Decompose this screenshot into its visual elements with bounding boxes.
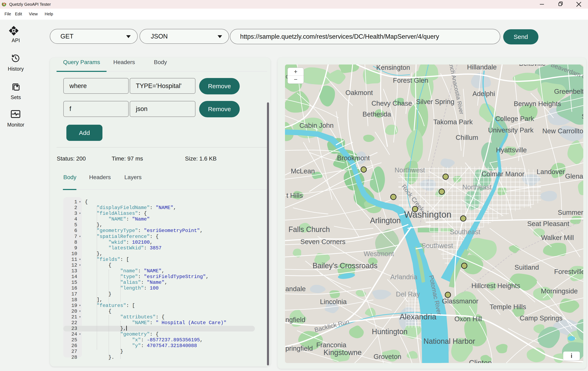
svg-text:Northeast: Northeast bbox=[462, 183, 492, 191]
svg-text:Se: Se bbox=[582, 113, 583, 120]
svg-text:Chevy Chase: Chevy Chase bbox=[371, 100, 412, 107]
svg-text:Huntington: Huntington bbox=[372, 327, 408, 336]
svg-text:Groveton: Groveton bbox=[374, 353, 401, 360]
svg-text:Kingstowne: Kingstowne bbox=[324, 348, 362, 357]
svg-text:Cabin John: Cabin John bbox=[300, 122, 334, 129]
svg-text:Clinton: Clinton bbox=[469, 359, 492, 363]
svg-text:Southeast: Southeast bbox=[450, 228, 481, 236]
svg-text:Colmar Manor: Colmar Manor bbox=[482, 170, 524, 178]
svg-text:Greenbelt: Greenbelt bbox=[554, 88, 583, 95]
svg-text:Hillcrest Heights: Hillcrest Heights bbox=[472, 282, 520, 289]
svg-text:Temple Hills: Temple Hills bbox=[490, 303, 526, 311]
svg-text:Seat Pleasant: Seat Pleasant bbox=[527, 220, 569, 227]
svg-text:Seven Corners: Seven Corners bbox=[300, 238, 346, 246]
svg-text:Chillum: Chillum bbox=[456, 134, 478, 141]
svg-text:New Carrollton: New Carrollton bbox=[542, 127, 583, 135]
svg-text:Lincolnia: Lincolnia bbox=[320, 298, 347, 306]
svg-text:University Park: University Park bbox=[488, 126, 534, 134]
svg-text:Glenard: Glenard bbox=[565, 172, 583, 180]
svg-text:Summerfield: Summerfield bbox=[558, 209, 583, 216]
svg-text:Hillandale: Hillandale bbox=[467, 64, 497, 71]
svg-text:Hyattsville: Hyattsville bbox=[496, 146, 527, 154]
svg-text:National Harbor: National Harbor bbox=[423, 337, 475, 345]
svg-text:Glassmanor: Glassmanor bbox=[442, 297, 478, 305]
svg-text:Bethesda: Bethesda bbox=[362, 110, 391, 118]
svg-text:Kensington: Kensington bbox=[376, 64, 410, 71]
svg-text:Takoma Park: Takoma Park bbox=[433, 118, 473, 126]
svg-text:t Hills: t Hills bbox=[286, 192, 303, 199]
svg-text:Silver Spring: Silver Spring bbox=[416, 98, 454, 105]
svg-text:Adelphi: Adelphi bbox=[472, 90, 495, 97]
svg-text:Arlington: Arlington bbox=[370, 216, 401, 225]
svg-text:Southwest: Southwest bbox=[421, 242, 453, 249]
svg-text:Falls Church: Falls Church bbox=[288, 225, 330, 234]
svg-text:Beltsville: Beltsville bbox=[519, 64, 546, 67]
svg-text:Morningside: Morningside bbox=[541, 287, 578, 295]
svg-text:Arlandria: Arlandria bbox=[390, 273, 418, 281]
svg-text:Walker Mill: Walker Mill bbox=[541, 234, 574, 241]
svg-text:Suitland: Suitland bbox=[514, 264, 539, 271]
svg-text:pringfield: pringfield bbox=[285, 345, 313, 352]
svg-text:andale: andale bbox=[285, 285, 306, 293]
svg-text:Washington: Washington bbox=[404, 209, 452, 219]
svg-text:Oxon Hill: Oxon Hill bbox=[454, 315, 482, 323]
svg-text:Northwest: Northwest bbox=[395, 166, 425, 174]
svg-text:ngfield: ngfield bbox=[285, 316, 305, 323]
svg-text:Oakmont: Oakmont bbox=[346, 89, 373, 96]
svg-text:Berwyn Heights: Berwyn Heights bbox=[514, 100, 561, 107]
svg-text:Forest Glen: Forest Glen bbox=[393, 77, 428, 84]
svg-text:Landover: Landover bbox=[536, 168, 565, 175]
svg-text:Camp Springs: Camp Springs bbox=[520, 314, 562, 322]
svg-text:Brookmont: Brookmont bbox=[337, 154, 370, 162]
svg-text:Franconia: Franconia bbox=[316, 341, 346, 349]
svg-text:McLean: McLean bbox=[291, 167, 315, 175]
svg-text:Del Ray: Del Ray bbox=[396, 290, 420, 298]
svg-text:Westmont: Westmont bbox=[364, 250, 394, 258]
svg-text:Forestville: Forestville bbox=[554, 268, 583, 275]
svg-text:College Park: College Park bbox=[495, 115, 534, 123]
svg-text:Bailey's Crossroads: Bailey's Crossroads bbox=[313, 261, 378, 270]
svg-text:Alexandria: Alexandria bbox=[399, 312, 436, 321]
